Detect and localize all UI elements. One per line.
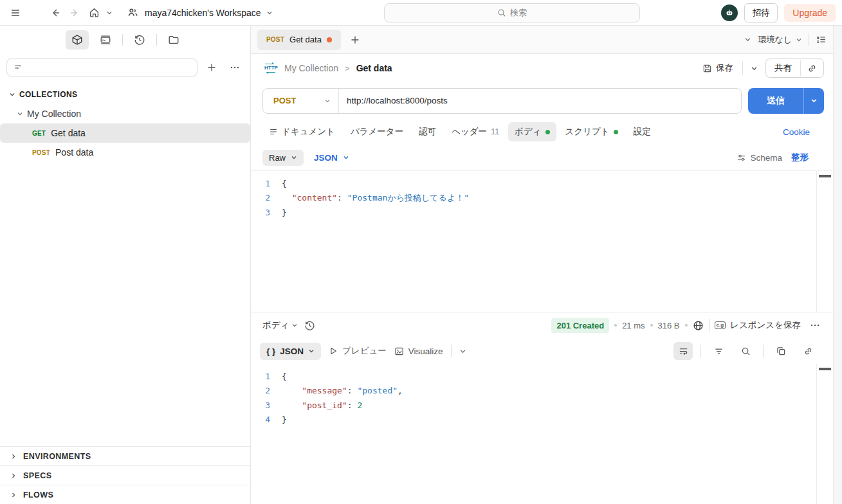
- back-button[interactable]: [46, 4, 64, 22]
- code-line[interactable]: 3}: [251, 205, 833, 220]
- url-box: POST: [262, 88, 742, 114]
- global-search-input[interactable]: 検索: [384, 3, 640, 22]
- collection-item[interactable]: My Collection: [0, 104, 250, 123]
- tab-authorization[interactable]: 認可: [412, 122, 443, 141]
- line-number: 3: [251, 208, 282, 217]
- response-view-preview[interactable]: プレビュー: [329, 345, 387, 357]
- response-size[interactable]: 316 B: [658, 321, 680, 330]
- editor-scrollbar[interactable]: [816, 171, 833, 312]
- environment-quick-look-icon[interactable]: [816, 34, 827, 45]
- tab-params[interactable]: パラメーター: [344, 122, 410, 141]
- history-nav-icon[interactable]: [128, 30, 151, 50]
- upgrade-button[interactable]: Upgrade: [784, 4, 836, 22]
- save-label: 保存: [716, 62, 733, 74]
- search-placeholder: 検索: [510, 7, 527, 19]
- home-button[interactable]: [85, 4, 103, 22]
- wrap-text-button[interactable]: [673, 342, 693, 360]
- network-globe-icon[interactable]: [693, 320, 704, 331]
- code-line[interactable]: 1{: [251, 369, 833, 384]
- sidebar-add-button[interactable]: [203, 59, 221, 76]
- response-view-json[interactable]: { } JSON: [260, 343, 321, 360]
- body-mode-selector[interactable]: Raw: [262, 150, 304, 166]
- schema-button[interactable]: Schema: [737, 153, 782, 163]
- collections-nav-icon[interactable]: [66, 30, 89, 50]
- url-input[interactable]: [339, 96, 741, 105]
- tab-headers[interactable]: ヘッダー 11: [445, 122, 506, 141]
- invite-button[interactable]: 招待: [744, 3, 778, 22]
- tab-overflow-chevron-icon[interactable]: [744, 36, 751, 43]
- tab-settings[interactable]: 設定: [627, 122, 657, 141]
- send-button[interactable]: 送信: [748, 88, 803, 114]
- code-line[interactable]: 2 "message": "posted",: [251, 384, 833, 399]
- code-line[interactable]: 2 "content": "Postmanから投稿してるよ！": [251, 191, 833, 206]
- environment-selector[interactable]: 環境なし: [758, 34, 802, 46]
- tab-body[interactable]: ボディ: [508, 122, 556, 141]
- sidebar-filter-input[interactable]: [6, 58, 197, 77]
- response-body-editor[interactable]: 1{2 "message": "posted",3 "post_id": 24}: [251, 364, 833, 504]
- forward-button[interactable]: [66, 4, 84, 22]
- open-request-tab[interactable]: POST Get data: [257, 30, 341, 50]
- tab-documentation[interactable]: ドキュメント: [262, 122, 342, 141]
- meta-separator: [709, 319, 709, 332]
- cookie-link[interactable]: Cookie: [783, 127, 824, 137]
- response-more-actions-button[interactable]: [806, 320, 824, 330]
- request-item-get-data[interactable]: GET Get data: [0, 123, 250, 143]
- home-chevron-icon[interactable]: [104, 4, 114, 22]
- workspace-switcher[interactable]: maya74chicken's Workspace: [127, 7, 273, 18]
- save-options-chevron-icon[interactable]: [748, 65, 760, 72]
- share-button[interactable]: 共有: [766, 59, 800, 77]
- tab-scripts[interactable]: スクリプト: [559, 122, 625, 141]
- collections-section-header[interactable]: COLLECTIONS: [0, 85, 250, 104]
- status-badge[interactable]: 201 Created: [551, 318, 609, 333]
- request-body-editor[interactable]: 1{2 "content": "Postmanから投稿してるよ！"3}: [251, 170, 833, 312]
- postbot-avatar-icon[interactable]: [721, 4, 738, 21]
- tab-label: ヘッダー: [452, 126, 487, 138]
- meta-dot: [685, 324, 688, 327]
- view-overflow-chevron-icon[interactable]: [459, 348, 466, 355]
- code-line[interactable]: 1{: [251, 176, 833, 191]
- response-body-selector[interactable]: ボディ: [262, 320, 298, 331]
- code-line[interactable]: 4}: [251, 413, 833, 428]
- send-options-chevron-icon[interactable]: [803, 88, 824, 114]
- save-response-button[interactable]: e.g レスポンスを保存: [715, 320, 801, 331]
- environments-nav-icon[interactable]: [94, 30, 117, 50]
- sidebar-item-specs[interactable]: SPECS: [0, 465, 250, 485]
- copy-response-button[interactable]: [771, 342, 791, 360]
- response-link-icon[interactable]: [798, 342, 818, 360]
- meta-dot: [614, 324, 617, 327]
- sidebar-item-flows[interactable]: FLOWS: [0, 485, 250, 504]
- hamburger-menu-button[interactable]: [6, 4, 24, 22]
- body-language-selector[interactable]: JSON: [314, 153, 349, 163]
- sidebar-more-actions-button[interactable]: [226, 59, 244, 76]
- response-view-visualize[interactable]: Visualize: [394, 346, 443, 356]
- breadcrumb-collection[interactable]: My Collection: [284, 63, 338, 73]
- scrollbar-thumb[interactable]: [819, 368, 831, 370]
- filter-results-button[interactable]: [709, 342, 728, 360]
- collections-tree: COLLECTIONS My Collection GET Get data P…: [0, 81, 250, 446]
- line-number: 3: [251, 401, 282, 410]
- method-badge-post: POST: [32, 149, 50, 156]
- method-value: POST: [273, 96, 296, 105]
- sidebar-toolbar: [0, 26, 250, 54]
- copy-link-icon[interactable]: [800, 60, 823, 76]
- save-separator: [742, 62, 743, 75]
- scrollbar-thumb[interactable]: [819, 175, 831, 177]
- new-tab-button[interactable]: [346, 31, 364, 49]
- body-mode-value: Raw: [269, 153, 286, 163]
- search-icon: [497, 8, 506, 17]
- response-history-icon[interactable]: [304, 320, 315, 331]
- tab-method-badge: POST: [266, 36, 284, 43]
- unsaved-changes-dot: [327, 37, 332, 42]
- code-line[interactable]: 3 "post_id": 2: [251, 398, 833, 413]
- files-nav-icon[interactable]: [162, 30, 185, 50]
- tab-label: 認可: [419, 126, 436, 138]
- save-button[interactable]: 保存: [699, 60, 737, 76]
- editor-scrollbar[interactable]: [816, 364, 833, 504]
- response-time[interactable]: 21 ms: [622, 321, 645, 330]
- sidebar-item-environments[interactable]: ENVIRONMENTS: [0, 446, 250, 465]
- request-item-post-data[interactable]: POST Post data: [0, 143, 250, 162]
- search-response-button[interactable]: [736, 342, 755, 360]
- method-selector[interactable]: POST: [263, 89, 339, 113]
- view-label: Visualize: [408, 346, 443, 356]
- beautify-link[interactable]: 整形: [791, 152, 809, 163]
